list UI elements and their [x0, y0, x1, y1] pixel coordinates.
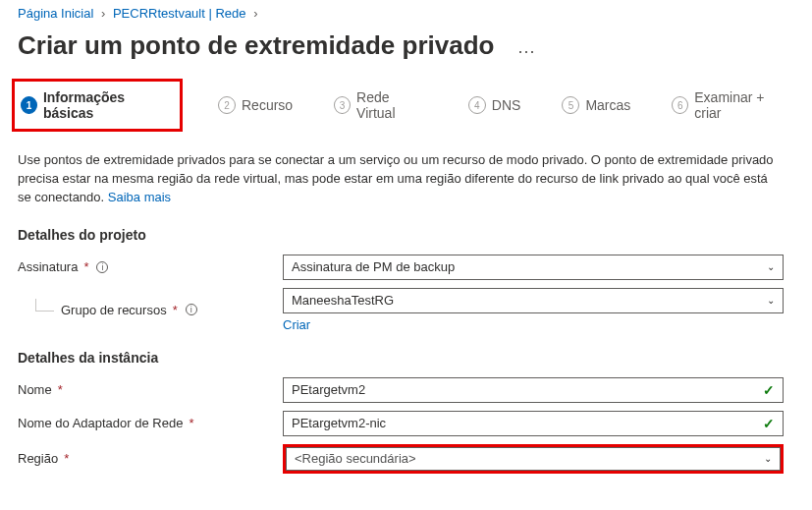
tab-virtual-network[interactable]: 3 Rede Virtual	[328, 82, 433, 129]
label-nic-name: Nome do Adaptador de Rede*	[18, 416, 283, 430]
chevron-down-icon: ⌄	[767, 261, 775, 272]
label-resource-group: Grupo de recursos* i	[18, 303, 283, 317]
wizard-tabs: 1 Informações básicas 2 Recurso 3 Rede V…	[18, 79, 794, 132]
breadcrumb-vault[interactable]: PECRRtestvault | Rede	[113, 6, 246, 21]
tab-dns[interactable]: 4 DNS	[462, 88, 527, 122]
chevron-down-icon: ⌄	[764, 453, 772, 464]
tab-review-create[interactable]: 6 Examinar + criar	[666, 82, 794, 129]
label-subscription: Assinatura* i	[18, 259, 283, 274]
name-input[interactable]: PEtargetvm2 ✓	[283, 377, 784, 403]
info-icon[interactable]: i	[186, 304, 197, 315]
check-icon: ✓	[763, 382, 775, 398]
label-name: Nome*	[18, 382, 283, 397]
page-title: Criar um ponto de extremidade privado	[18, 30, 494, 61]
step-number-icon: 2	[218, 96, 236, 114]
tab-basics[interactable]: 1 Informações básicas	[15, 82, 176, 129]
more-actions-icon[interactable]: ⋯	[517, 40, 535, 62]
step-number-icon: 4	[468, 96, 486, 114]
check-icon: ✓	[763, 416, 775, 431]
step-number-icon: 5	[562, 96, 579, 114]
chevron-right-icon: ›	[253, 6, 257, 21]
subscription-select[interactable]: Assinatura de PM de backup ⌄	[283, 255, 784, 280]
breadcrumb-home[interactable]: Página Inicial	[18, 6, 93, 21]
nic-name-input[interactable]: PEtargetvm2-nic ✓	[283, 411, 784, 436]
region-select[interactable]: <Região secundária> ⌄	[286, 447, 781, 471]
intro-text: Use pontos de extremidade privados para …	[18, 151, 784, 207]
chevron-down-icon: ⌄	[767, 295, 775, 306]
info-icon[interactable]: i	[96, 261, 108, 273]
breadcrumb: Página Inicial › PECRRtestvault | Rede ›	[18, 6, 794, 27]
section-project-details: Detalhes do projeto	[18, 227, 794, 243]
chevron-right-icon: ›	[101, 6, 105, 21]
label-region: Região*	[18, 451, 283, 466]
tab-resource[interactable]: 2 Recurso	[212, 88, 298, 122]
tab-tags[interactable]: 5 Marcas	[556, 88, 636, 122]
learn-more-link[interactable]: Saiba mais	[108, 190, 171, 204]
create-new-link[interactable]: Criar	[283, 317, 784, 332]
step-number-icon: 6	[672, 96, 688, 114]
step-number-icon: 1	[21, 96, 37, 114]
step-number-icon: 3	[334, 96, 351, 114]
resource-group-select[interactable]: ManeeshaTestRG ⌄	[283, 288, 784, 313]
section-instance-details: Detalhes da instância	[18, 350, 794, 366]
